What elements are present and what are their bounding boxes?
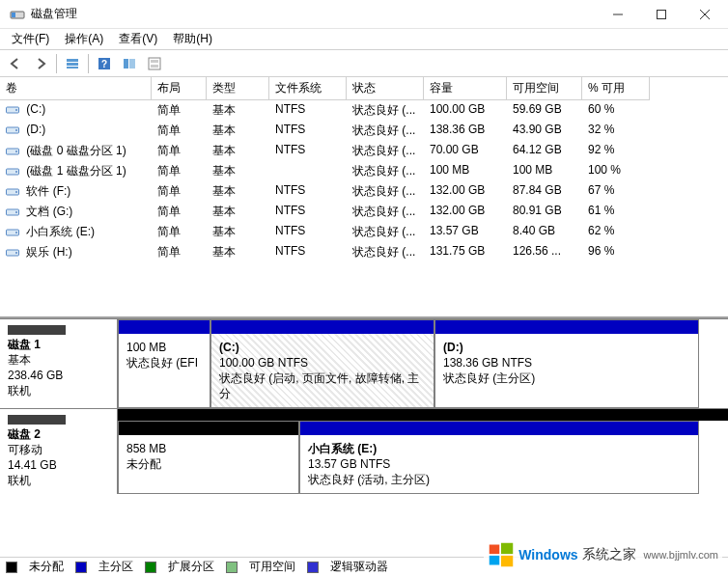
partition[interactable]: (C:)100.00 GB NTFS状态良好 (启动, 页面文件, 故障转储, … xyxy=(210,319,434,408)
partition-label: (D:) xyxy=(443,340,690,355)
disk-name: 磁盘 1 xyxy=(8,337,109,352)
minimize-button[interactable] xyxy=(596,0,639,28)
volume-row[interactable]: (D:)简单基本NTFS状态良好 (...138.36 GB43.90 GB32… xyxy=(0,121,728,141)
col-layout[interactable]: 布局 xyxy=(152,77,207,100)
svg-rect-6 xyxy=(67,59,78,62)
svg-rect-13 xyxy=(149,58,160,69)
volume-pct: 67 % xyxy=(582,181,650,202)
volume-header-row: 卷 布局 类型 文件系统 状态 容量 可用空间 % 可用 xyxy=(0,77,728,100)
svg-point-19 xyxy=(15,129,17,131)
svg-rect-8 xyxy=(67,67,78,69)
volume-layout: 简单 xyxy=(152,222,207,242)
volume-row[interactable]: 软件 (F:)简单基本NTFS状态良好 (...132.00 GB87.84 G… xyxy=(0,181,728,202)
partition-color-bar xyxy=(119,320,210,334)
volume-name: 娱乐 (H:) xyxy=(0,242,152,262)
legend-logical: 逻辑驱动器 xyxy=(330,559,388,575)
maximize-button[interactable] xyxy=(639,0,683,28)
col-fs[interactable]: 文件系统 xyxy=(269,77,347,100)
legend-free: 可用空间 xyxy=(249,559,295,575)
col-free[interactable]: 可用空间 xyxy=(507,77,582,100)
volume-fs: NTFS xyxy=(269,242,347,262)
volume-row[interactable]: 娱乐 (H:)简单基本NTFS状态良好 (...131.75 GB126.56 … xyxy=(0,242,728,262)
partition-label: (C:) xyxy=(219,340,426,355)
legend-swatch-free xyxy=(226,562,238,573)
forward-button[interactable] xyxy=(29,52,52,75)
volume-free: 64.12 GB xyxy=(507,141,582,161)
col-capacity[interactable]: 容量 xyxy=(424,77,507,100)
volume-layout: 简单 xyxy=(152,242,207,262)
partition-status: 状态良好 (活动, 主分区) xyxy=(308,472,690,487)
col-volume[interactable]: 卷 xyxy=(0,77,152,100)
partition[interactable]: 100 MB状态良好 (EFI xyxy=(118,319,210,408)
volume-fs: NTFS xyxy=(269,141,347,161)
partition[interactable]: 小白系统 (E:)13.57 GB NTFS状态良好 (活动, 主分区) xyxy=(299,421,699,494)
menu-file[interactable]: 文件(F) xyxy=(4,29,57,49)
volume-capacity: 131.75 GB xyxy=(424,242,507,262)
volume-capacity: 70.00 GB xyxy=(424,141,507,161)
volume-capacity: 100 MB xyxy=(424,161,507,181)
svg-rect-34 xyxy=(490,556,500,565)
settings-button[interactable] xyxy=(143,52,166,75)
volume-row[interactable]: (C:)简单基本NTFS状态良好 (...100.00 GB59.69 GB60… xyxy=(0,100,728,121)
partition-size: 13.57 GB NTFS xyxy=(308,456,690,472)
disk-graphical-panel[interactable]: 磁盘 1基本238.46 GB联机100 MB状态良好 (EFI (C:)100… xyxy=(0,318,728,557)
volume-status: 状态良好 (... xyxy=(347,141,424,161)
volume-capacity: 132.00 GB xyxy=(424,181,507,202)
volume-layout: 简单 xyxy=(152,100,207,121)
disk-type: 基本 xyxy=(8,352,109,368)
volume-status: 状态良好 (... xyxy=(347,242,424,262)
svg-rect-33 xyxy=(501,543,513,554)
partition-status: 状态良好 (主分区) xyxy=(443,370,690,386)
view-list-button[interactable] xyxy=(61,52,84,75)
volume-type: 基本 xyxy=(207,181,269,202)
volume-name: (D:) xyxy=(0,121,152,141)
disk-color-bar xyxy=(8,415,66,425)
partition-status: 状态良好 (启动, 页面文件, 故障转储, 主分 xyxy=(219,370,426,401)
partition-status: 状态良好 (EFI xyxy=(126,355,202,370)
volume-row[interactable]: (磁盘 0 磁盘分区 1)简单基本NTFS状态良好 (...70.00 GB64… xyxy=(0,141,728,161)
partition[interactable]: (D:)138.36 GB NTFS状态良好 (主分区) xyxy=(434,319,699,408)
legend-swatch-unallocated xyxy=(6,562,17,573)
partition[interactable]: 858 MB未分配 xyxy=(118,421,299,494)
volume-free: 80.91 GB xyxy=(507,202,582,222)
volume-name: 文档 (G:) xyxy=(0,202,152,222)
toolbar-separator xyxy=(88,54,89,73)
svg-text:?: ? xyxy=(101,59,107,69)
back-button[interactable] xyxy=(4,52,27,75)
disk-partitions: 100 MB状态良好 (EFI (C:)100.00 GB NTFS状态良好 (… xyxy=(118,319,728,408)
menu-action[interactable]: 操作(A) xyxy=(57,29,111,49)
volume-pct: 61 % xyxy=(582,202,650,222)
view-graphical-button[interactable] xyxy=(118,52,141,75)
partition-body: (D:)138.36 GB NTFS状态良好 (主分区) xyxy=(435,334,698,407)
col-type[interactable]: 类型 xyxy=(207,77,269,100)
partition-size: 138.36 GB NTFS xyxy=(443,355,690,370)
partition-body: 小白系统 (E:)13.57 GB NTFS状态良好 (活动, 主分区) xyxy=(300,435,698,493)
menu-view[interactable]: 查看(V) xyxy=(111,29,165,49)
watermark-brand: Windows xyxy=(518,547,577,562)
volume-capacity: 138.36 GB xyxy=(424,121,507,141)
toolbar: ? xyxy=(0,50,728,77)
volume-list[interactable]: 卷 布局 类型 文件系统 状态 容量 可用空间 % 可用 (C:)简单基本NTF… xyxy=(0,77,728,318)
partition-label: 小白系统 (E:) xyxy=(308,441,690,456)
svg-rect-7 xyxy=(67,63,78,66)
close-button[interactable] xyxy=(683,0,726,28)
disk-color-bar xyxy=(8,325,66,335)
volume-row[interactable]: 小白系统 (E:)简单基本NTFS状态良好 (...13.57 GB8.40 G… xyxy=(0,222,728,242)
legend-extended: 扩展分区 xyxy=(168,559,214,575)
volume-free: 126.56 ... xyxy=(507,242,582,262)
volume-capacity: 132.00 GB xyxy=(424,202,507,222)
volume-type: 基本 xyxy=(207,202,269,222)
disk-info[interactable]: 磁盘 2可移动14.41 GB联机 xyxy=(0,409,118,494)
disk-info[interactable]: 磁盘 1基本238.46 GB联机 xyxy=(0,319,118,408)
volume-row[interactable]: (磁盘 1 磁盘分区 1)简单基本状态良好 (...100 MB100 MB10… xyxy=(0,161,728,181)
menu-help[interactable]: 帮助(H) xyxy=(165,29,220,49)
volume-status: 状态良好 (... xyxy=(347,121,424,141)
volume-name: (磁盘 0 磁盘分区 1) xyxy=(0,141,152,161)
help-button[interactable]: ? xyxy=(93,52,116,75)
volume-pct: 60 % xyxy=(582,100,650,121)
legend-swatch-extended xyxy=(145,562,156,573)
col-status[interactable]: 状态 xyxy=(347,77,424,100)
col-pct[interactable]: % 可用 xyxy=(582,77,650,100)
volume-row[interactable]: 文档 (G:)简单基本NTFS状态良好 (...132.00 GB80.91 G… xyxy=(0,202,728,222)
disk-partitions: 858 MB未分配小白系统 (E:)13.57 GB NTFS状态良好 (活动,… xyxy=(118,409,728,494)
